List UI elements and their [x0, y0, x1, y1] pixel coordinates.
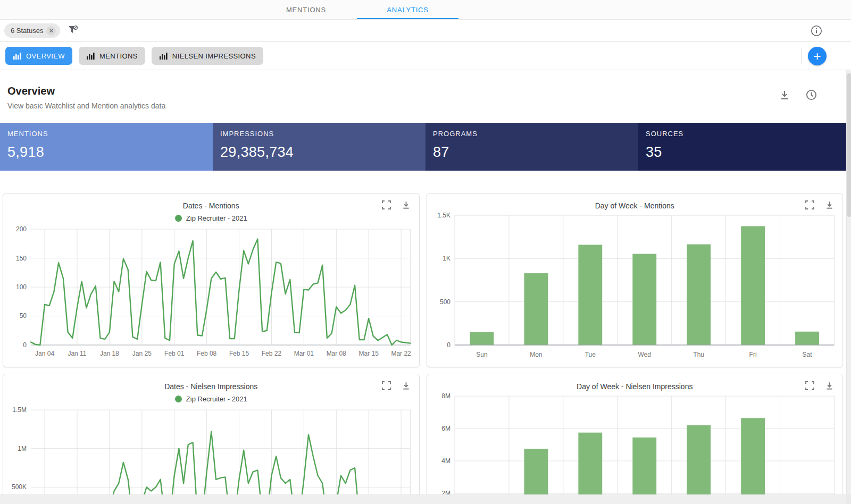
mentions-report-button[interactable]: MENTIONS [79, 47, 145, 65]
legend-dot-icon [175, 396, 182, 402]
svg-text:1.5K: 1.5K [437, 212, 450, 219]
stat-sources-value: 35 [646, 144, 851, 161]
svg-text:8M: 8M [441, 392, 450, 400]
filter-bar: 6 Statuses ✕ [0, 20, 851, 42]
svg-text:0: 0 [23, 341, 27, 349]
chart-legend: Zip Recruiter - 2021 [3, 211, 419, 225]
chart-title: Day of Week - Mentions [427, 194, 843, 211]
fullscreen-icon[interactable] [382, 200, 391, 212]
stat-programs-value: 87 [433, 144, 638, 161]
svg-text:Mon: Mon [530, 351, 542, 358]
svg-text:Mar 15: Mar 15 [359, 350, 379, 357]
page-header: Overview View basic Watchlist and Mentio… [0, 70, 851, 110]
status-filter-chip-label: 6 Statuses [11, 27, 43, 35]
svg-text:50: 50 [20, 312, 27, 320]
svg-text:1.5M: 1.5M [12, 406, 27, 414]
svg-text:Jan 18: Jan 18 [100, 350, 119, 357]
fullscreen-icon[interactable] [382, 381, 391, 393]
svg-text:4M: 4M [441, 457, 450, 465]
nielsen-impressions-report-button[interactable]: NIELSEN IMPRESSIONS [152, 47, 263, 65]
chart-title: Day of Week - Nielsen Impressions [427, 374, 843, 392]
svg-text:Jan 04: Jan 04 [35, 350, 54, 357]
chart-card-dow-impressions: Day of Week - Nielsen Impressions 02M4M6… [427, 374, 844, 504]
tab-mentions[interactable]: MENTIONS [255, 0, 357, 19]
page-subtitle: View basic Watchlist and Mention analyti… [7, 102, 842, 110]
stat-band: MENTIONS 5,918 IMPRESSIONS 29,385,734 PR… [0, 123, 851, 171]
download-chart-icon[interactable] [825, 381, 834, 393]
status-filter-chip[interactable]: 6 Statuses ✕ [4, 23, 60, 38]
stat-impressions: IMPRESSIONS 29,385,734 [213, 123, 426, 171]
svg-text:Sat: Sat [802, 351, 812, 358]
svg-text:Feb 08: Feb 08 [197, 350, 217, 357]
svg-text:Sun: Sun [476, 351, 487, 358]
svg-text:200: 200 [16, 225, 27, 233]
svg-text:0: 0 [447, 341, 450, 349]
svg-text:500: 500 [439, 298, 450, 306]
bar-chart-icon [159, 52, 168, 60]
svg-text:Mar 22: Mar 22 [391, 350, 411, 357]
bar-chart-icon [13, 52, 22, 60]
stat-programs: PROGRAMS 87 [426, 123, 638, 171]
dow-impressions-bar-chart: 02M4M6M8MSunMonTueWedThuFriSat [427, 392, 843, 504]
svg-text:500K: 500K [12, 483, 27, 491]
legend-dot-icon [175, 215, 182, 222]
bar-chart-icon [86, 52, 95, 60]
chip-close-icon[interactable]: ✕ [46, 26, 56, 36]
fullscreen-icon[interactable] [805, 381, 814, 393]
stat-sources: SOURCES 35 [638, 123, 851, 171]
svg-text:Mar 08: Mar 08 [327, 350, 347, 357]
download-chart-icon[interactable] [402, 381, 411, 393]
svg-text:Jan 11: Jan 11 [68, 350, 86, 357]
vertical-scrollbar-thumb[interactable] [847, 73, 851, 217]
stat-mentions: MENTIONS 5,918 [0, 123, 213, 171]
svg-text:Mar 01: Mar 01 [294, 350, 314, 357]
overview-report-button[interactable]: OVERVIEW [5, 47, 72, 65]
svg-text:Wed: Wed [638, 351, 650, 358]
chart-legend: Zip Recruiter - 2021 [3, 392, 419, 406]
svg-text:1M: 1M [18, 445, 27, 452]
download-report-icon[interactable] [779, 89, 790, 102]
dates-mentions-line-chart: 050100150200Jan 04Jan 11Jan 18Jan 25Feb … [3, 225, 419, 362]
charts-grid: Dates - Mentions Zip Recruiter - 2021 [3, 193, 843, 504]
chart-title: Dates - Mentions [3, 194, 419, 211]
vertical-scrollbar[interactable] [846, 70, 851, 504]
svg-text:Feb 15: Feb 15 [229, 350, 249, 357]
fullscreen-icon[interactable] [805, 200, 814, 212]
schedule-icon[interactable] [806, 89, 817, 102]
top-tab-bar: MENTIONS ANALYTICS [0, 0, 851, 20]
chart-card-dates-impressions: Dates - Nielsen Impressions Zip Recruite… [3, 374, 420, 504]
svg-text:Jan 25: Jan 25 [132, 350, 152, 357]
chart-card-dow-mentions: Day of Week - Mentions 05001K1.5KSunMonT… [427, 193, 844, 367]
toolbar-divider [802, 48, 802, 64]
tab-analytics[interactable]: ANALYTICS [357, 0, 458, 19]
dates-impressions-line-chart: 0500K1M1.5MJan 04Jan 11Jan 18Jan 25Feb 0… [3, 406, 419, 504]
add-report-button[interactable]: + [808, 47, 827, 65]
svg-text:Feb 01: Feb 01 [164, 350, 185, 357]
svg-text:Tue: Tue [585, 351, 596, 358]
chart-title: Dates - Nielsen Impressions [3, 374, 419, 392]
download-chart-icon[interactable] [402, 200, 411, 212]
report-toolbar: OVERVIEW MENTIONS NIELSEN IMPRESSIONS + [0, 42, 851, 70]
svg-text:Feb 22: Feb 22 [262, 350, 282, 357]
clear-filters-icon[interactable] [68, 24, 78, 37]
stat-impressions-value: 29,385,734 [220, 144, 426, 161]
scrollbar-corner [846, 494, 851, 504]
analytics-content: Overview View basic Watchlist and Mentio… [0, 70, 851, 504]
info-icon[interactable] [811, 25, 822, 39]
svg-text:Thu: Thu [693, 351, 704, 358]
chart-card-dates-mentions: Dates - Mentions Zip Recruiter - 2021 [3, 193, 420, 367]
download-chart-icon[interactable] [825, 200, 834, 212]
svg-text:Fri: Fri [749, 351, 756, 358]
page-title: Overview [7, 85, 842, 97]
dow-mentions-bar-chart: 05001K1.5KSunMonTueWedThuFriSat [427, 211, 843, 362]
svg-text:1K: 1K [443, 255, 450, 262]
svg-text:150: 150 [16, 255, 27, 262]
horizontal-scrollbar[interactable] [0, 494, 846, 504]
svg-text:100: 100 [16, 283, 27, 291]
stat-mentions-value: 5,918 [7, 144, 213, 161]
svg-text:6M: 6M [441, 425, 450, 432]
